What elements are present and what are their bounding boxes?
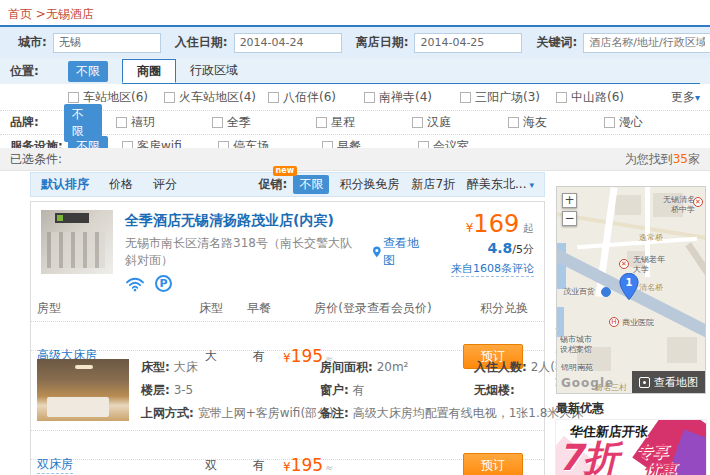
book-button[interactable]: 预订 (463, 453, 523, 475)
sort-default[interactable]: 默认排序 (41, 176, 89, 193)
promo-points-option[interactable]: 积分换免房 (339, 176, 399, 193)
store-icon (601, 287, 611, 297)
hotel-map-pin[interactable]: 1 (619, 273, 639, 304)
promo-any-chip[interactable]: 不限 (293, 175, 329, 194)
hotel-photo[interactable] (41, 210, 113, 274)
promo-ad-banner[interactable]: 华住新店开张 7折 专享 优惠 (556, 420, 706, 475)
tab-business-area[interactable]: 商圈 (122, 59, 176, 83)
score-value: 4.8 (487, 240, 512, 256)
col-redeem: 积分兑换 (463, 300, 545, 317)
hotel-address-row: 无锡市南长区清名路318号（南长交警大队斜对面） 查看地图 (125, 235, 424, 269)
brand-option-5[interactable]: 漫心 (604, 114, 700, 131)
area-option-0[interactable]: 车站地区(6) (68, 89, 164, 106)
hotel-score: 4.8/5分 (424, 240, 534, 257)
svg-text:1: 1 (626, 277, 633, 288)
location-tabs: 商圈 行政区域 (122, 59, 700, 84)
zoom-in-button[interactable]: + (562, 193, 577, 208)
checkout-input[interactable] (414, 33, 522, 53)
checkbox-icon[interactable] (364, 92, 375, 103)
sort-price[interactable]: 价格 (109, 176, 133, 193)
google-watermark: Google (561, 376, 614, 390)
detail-note-label: 备注: (320, 406, 349, 420)
checkbox-icon[interactable] (604, 117, 615, 128)
brand-option-1[interactable]: 全季 (212, 114, 316, 131)
checkbox-icon[interactable] (460, 92, 471, 103)
keyword-label: 关键词: (536, 34, 577, 51)
found-count: 35 (673, 152, 688, 166)
checkbox-icon[interactable] (164, 92, 175, 103)
hotel-header: 全季酒店无锡清扬路茂业店(内宾) 无锡市南长区清名路318号（南长交警大队斜对面… (31, 202, 544, 296)
checkbox-icon[interactable] (316, 117, 327, 128)
area-option-3[interactable]: 南禅寺(4) (364, 89, 460, 106)
result-count: 为您找到35家 (625, 151, 700, 168)
checkbox-icon[interactable] (212, 117, 223, 128)
view-map-link[interactable]: 查看地图 (373, 235, 424, 269)
breadcrumb-home-link[interactable]: 首页 (8, 7, 32, 21)
checkbox-icon[interactable] (68, 92, 79, 103)
detail-floor-value: 3-5 (174, 383, 194, 397)
area-option-4[interactable]: 三阳广场(3) (460, 89, 556, 106)
more-areas-link[interactable]: 更多▾ (671, 89, 700, 106)
checkin-label: 入住日期: (175, 34, 228, 51)
zoom-out-button[interactable]: − (562, 211, 577, 226)
keyword-input[interactable] (583, 33, 710, 53)
detail-note-value: 高级大床房均配置有线电视，1张1.8米大床 (353, 406, 584, 420)
brand-option-label: 汉庭 (427, 114, 451, 131)
brand-option-label: 星程 (331, 114, 355, 131)
city-input[interactable] (53, 33, 161, 53)
brand-filter-row: 品牌: 不限 禧玥 全季 星程 汉庭 海友 漫心 (0, 111, 710, 135)
chevron-down-icon: ▾ (529, 180, 534, 190)
checkin-input[interactable] (234, 33, 342, 53)
latest-offers-heading: 最新优惠 (556, 400, 706, 417)
breakfast: 有 (235, 457, 283, 474)
brand-option-3[interactable]: 汉庭 (412, 114, 508, 131)
col-breakfast: 早餐 (235, 300, 283, 317)
checkbox-icon[interactable] (116, 117, 127, 128)
room-photo[interactable] (37, 359, 129, 421)
reviews-link[interactable]: 来自1608条评论 (451, 261, 534, 277)
promo-dropdown[interactable]: 醉美东北...▾ (467, 176, 534, 193)
breadcrumb: 首页 >无锡酒店 (8, 6, 94, 23)
checkout-label: 离店日期: (356, 34, 409, 51)
brand-option-label: 漫心 (619, 114, 643, 131)
mini-map[interactable]: 无锡清名 桥中学 ✕ 逸常桥 ✕ 无锡老年 大学 茂业百货 清名桥 H 商业医院… (556, 186, 706, 394)
tab-admin-district[interactable]: 行政区域 (176, 59, 252, 83)
ad-discount: 7折 (558, 434, 619, 475)
checkbox-icon[interactable] (556, 92, 567, 103)
area-option-1[interactable]: 火车站地区(4) (164, 89, 268, 106)
checkbox-icon[interactable] (412, 117, 423, 128)
selected-conditions-bar: 已选条件: 为您找到35家 (0, 148, 710, 171)
view-map-button-label: 查看地图 (654, 375, 698, 390)
brand-option-2[interactable]: 星程 (316, 114, 412, 131)
promo-newstore-option[interactable]: 新店7折 (411, 176, 455, 193)
selected-conditions-label: 已选条件: (10, 151, 62, 168)
more-label: 更多 (671, 90, 695, 104)
col-price: 房价(登录查看会员价) (283, 300, 463, 317)
promo-label: 促销:new (259, 176, 288, 193)
area-option-label: 南禅寺(4) (379, 89, 432, 106)
chevron-down-icon: ▾ (695, 92, 700, 103)
brand-option-0[interactable]: 禧玥 (116, 114, 212, 131)
city-label: 城市: (18, 34, 47, 51)
room-price: 195 (291, 455, 323, 475)
brand-option-label: 禧玥 (131, 114, 155, 131)
area-option-2[interactable]: 八佰伴(6) (268, 89, 364, 106)
wifi-icon (125, 276, 145, 292)
map-label: 茂业百货 (563, 287, 595, 297)
brand-option-4[interactable]: 海友 (508, 114, 604, 131)
area-option-5[interactable]: 中山路(6) (556, 89, 652, 106)
detail-area-label: 房间面积: (320, 360, 373, 374)
sort-score[interactable]: 评分 (153, 176, 177, 193)
checkbox-icon[interactable] (508, 117, 519, 128)
map-label: 无锡清名 桥中学 (663, 195, 695, 215)
room-type-link[interactable]: 双床房 (37, 456, 73, 474)
brand-option-label: 全季 (227, 114, 251, 131)
hot-badge: new (273, 166, 298, 176)
bed-type: 双 (187, 457, 235, 474)
checkbox-icon[interactable] (268, 92, 279, 103)
school-icon: ✕ (619, 259, 629, 269)
location-any-chip[interactable]: 不限 (68, 61, 108, 82)
view-map-button[interactable]: 查看地图 (632, 371, 705, 393)
area-option-label: 中山路(6) (571, 89, 624, 106)
hotel-name-link[interactable]: 全季酒店无锡清扬路茂业店(内宾) (125, 212, 334, 230)
